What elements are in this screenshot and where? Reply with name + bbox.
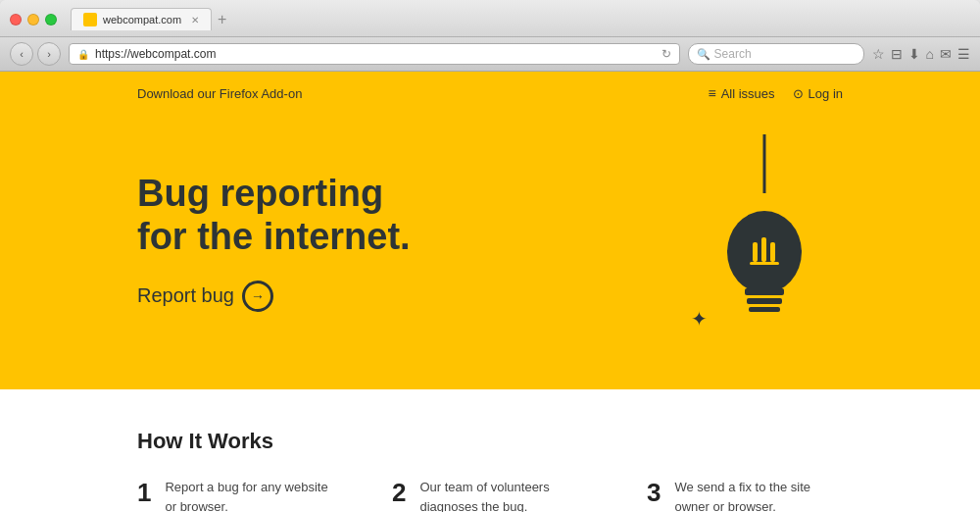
nav-left: Download our Firefox Add-on — [137, 86, 302, 101]
bulb-body — [715, 188, 813, 339]
spark-icon: ✦ — [691, 307, 708, 331]
how-it-works-title: How It Works — [137, 429, 843, 454]
tab-bar: webcompat.com ✕ + — [71, 8, 970, 30]
home-icon[interactable]: ⌂ — [926, 46, 934, 62]
close-button[interactable] — [10, 14, 22, 26]
login-label: Log in — [808, 86, 843, 101]
forward-button[interactable]: › — [37, 42, 61, 66]
lightbulb-svg — [715, 188, 813, 335]
step-3-text: We send a fix to the site owner or brows… — [674, 478, 843, 512]
step-2-number: 2 — [392, 480, 406, 505]
minimize-button[interactable] — [27, 14, 39, 26]
steps-list: 1 Report a bug for any website or browse… — [137, 478, 843, 512]
bookmark-icon[interactable]: ☆ — [872, 46, 885, 62]
svg-rect-4 — [753, 242, 758, 262]
svg-rect-6 — [770, 242, 775, 262]
site-nav: Download our Firefox Add-on ≡ All issues… — [0, 72, 980, 115]
tab-favicon — [83, 13, 97, 26]
step-1: 1 Report a bug for any website or browse… — [137, 478, 333, 512]
download-icon[interactable]: ⬇ — [908, 46, 920, 62]
title-bar: webcompat.com ✕ + — [0, 0, 980, 37]
hero-text: Bug reporting for the internet. Report b… — [137, 173, 411, 311]
svg-rect-3 — [749, 307, 780, 312]
report-bug-label: Report bug — [137, 284, 234, 307]
toolbar-icons: ☆ ⊟ ⬇ ⌂ ✉ ☰ — [872, 46, 970, 62]
step-3: 3 We send a fix to the site owner or bro… — [647, 478, 843, 512]
maximize-button[interactable] — [45, 14, 57, 26]
browser-toolbar: ‹ › 🔒 https://webcompat.com ↻ 🔍 Search ☆… — [0, 37, 980, 72]
address-bar[interactable]: 🔒 https://webcompat.com ↻ — [69, 43, 680, 65]
new-tab-button[interactable]: + — [218, 11, 226, 28]
hero-headline: Bug reporting for the internet. — [137, 173, 411, 258]
headline-line2: for the internet. — [137, 216, 411, 257]
reader-icon[interactable]: ⊟ — [891, 46, 903, 62]
lock-icon: 🔒 — [77, 49, 89, 60]
user-icon: ⊙ — [793, 86, 804, 101]
step-1-text: Report a bug for any website or browser. — [165, 478, 333, 512]
nav-right: ≡ All issues ⊙ Log in — [708, 85, 843, 101]
headline-line1: Bug reporting — [137, 173, 383, 214]
svg-rect-5 — [761, 237, 766, 262]
browser-tab[interactable]: webcompat.com ✕ — [71, 8, 212, 30]
bulb-wire — [763, 134, 766, 193]
browser-window: webcompat.com ✕ + ‹ › 🔒 https://webcompa… — [0, 0, 980, 512]
hero-section: Download our Firefox Add-on ≡ All issues… — [0, 72, 980, 389]
chat-icon[interactable]: ✉ — [940, 46, 952, 62]
download-addon-link[interactable]: Download our Firefox Add-on — [137, 86, 302, 101]
list-icon: ≡ — [708, 85, 715, 101]
hero-body: Bug reporting for the internet. Report b… — [0, 115, 980, 389]
report-bug-link[interactable]: Report bug → — [137, 281, 273, 312]
all-issues-link[interactable]: ≡ All issues — [708, 85, 774, 101]
all-issues-label: All issues — [721, 86, 775, 101]
page-content: Download our Firefox Add-on ≡ All issues… — [0, 72, 980, 512]
search-icon: 🔍 — [697, 48, 710, 61]
tab-close-icon[interactable]: ✕ — [191, 15, 199, 26]
svg-rect-1 — [745, 288, 784, 295]
hero-illustration: ✦ — [686, 134, 843, 350]
reload-button[interactable]: ↻ — [662, 47, 671, 61]
back-button[interactable]: ‹ — [10, 42, 33, 66]
traffic-lights — [10, 14, 57, 26]
step-2-text: Our team of volunteers diagnoses the bug… — [419, 478, 588, 512]
step-2: 2 Our team of volunteers diagnoses the b… — [392, 478, 588, 512]
svg-rect-2 — [747, 298, 782, 304]
tab-title: webcompat.com — [103, 14, 181, 26]
login-link[interactable]: ⊙ Log in — [793, 86, 843, 101]
nav-buttons: ‹ › — [10, 42, 61, 66]
svg-rect-7 — [750, 262, 779, 265]
arrow-circle-icon: → — [242, 281, 273, 312]
step-3-number: 3 — [647, 480, 661, 505]
search-placeholder: Search — [714, 47, 752, 61]
menu-icon[interactable]: ☰ — [957, 46, 970, 62]
how-it-works-section: How It Works 1 Report a bug for any webs… — [0, 389, 980, 512]
step-1-number: 1 — [137, 480, 151, 505]
url-display: https://webcompat.com — [95, 47, 216, 61]
search-bar[interactable]: 🔍 Search — [688, 43, 864, 65]
